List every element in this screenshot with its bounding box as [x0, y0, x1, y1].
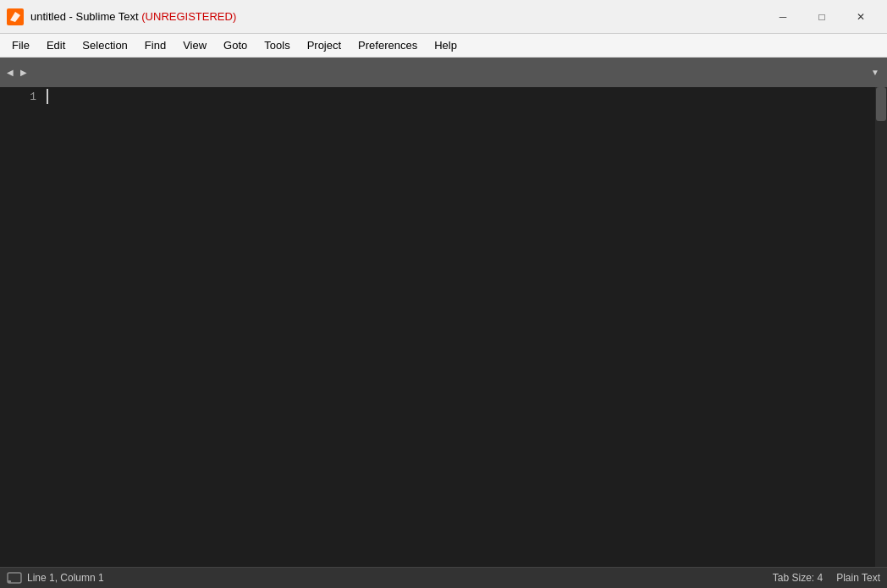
status-tab-size[interactable]: Tab Size: 4 — [773, 572, 823, 584]
menu-item-project[interactable]: Project — [299, 36, 350, 54]
gutter: 1 — [0, 87, 47, 567]
app-icon — [7, 8, 24, 25]
tab-nav-left-icon[interactable]: ◀ — [3, 66, 17, 80]
maximize-button[interactable]: □ — [802, 4, 841, 30]
close-button[interactable]: ✕ — [841, 4, 880, 30]
menu-item-preferences[interactable]: Preferences — [350, 36, 426, 54]
status-position: Line 1, Column 1 — [27, 572, 773, 584]
menu-bar: File Edit Selection Find View Goto Tools… — [0, 34, 887, 58]
status-right: Tab Size: 4 Plain Text — [773, 572, 880, 584]
menu-item-tools[interactable]: Tools — [256, 36, 298, 54]
menu-item-find[interactable]: Find — [136, 36, 174, 54]
menu-item-view[interactable]: View — [174, 36, 215, 54]
scrollbar-thumb[interactable] — [876, 87, 886, 121]
status-syntax[interactable]: Plain Text — [836, 572, 880, 584]
title-main: untitled - Sublime Text — [30, 10, 141, 23]
editor-container: 1 — [0, 87, 887, 567]
status-bar: Line 1, Column 1 Tab Size: 4 Plain Text — [0, 567, 887, 588]
tab-nav-right-icon[interactable]: ▶ — [17, 66, 30, 80]
title-text: untitled - Sublime Text (UNREGISTERED) — [30, 10, 763, 23]
status-icon — [7, 570, 22, 585]
menu-item-help[interactable]: Help — [426, 36, 466, 54]
title-unregistered: (UNREGISTERED) — [141, 10, 236, 23]
scrollbar[interactable] — [875, 87, 887, 567]
menu-item-file[interactable]: File — [3, 36, 38, 54]
menu-item-edit[interactable]: Edit — [38, 36, 74, 54]
line-number-1: 1 — [0, 89, 47, 106]
text-cursor — [47, 89, 48, 104]
menu-item-goto[interactable]: Goto — [215, 36, 256, 54]
tab-bar: ◀ ▶ ▼ — [0, 58, 887, 87]
title-bar: untitled - Sublime Text (UNREGISTERED) ─… — [0, 0, 887, 34]
svg-rect-2 — [8, 580, 11, 583]
minimize-button[interactable]: ─ — [763, 4, 802, 30]
editor-content[interactable] — [47, 87, 875, 567]
window-controls: ─ □ ✕ — [763, 4, 880, 30]
menu-item-selection[interactable]: Selection — [74, 36, 135, 54]
tab-dropdown-icon[interactable]: ▼ — [868, 66, 882, 80]
